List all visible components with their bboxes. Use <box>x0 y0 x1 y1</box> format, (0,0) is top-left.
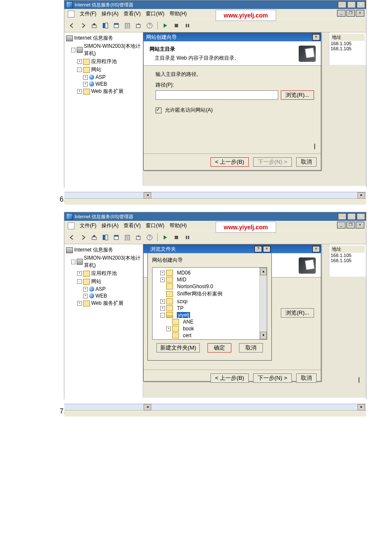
folder-item[interactable]: ANE <box>155 318 264 325</box>
mdi-close[interactable]: × <box>356 222 364 228</box>
help-icon[interactable]: ? <box>144 233 155 242</box>
pause-icon[interactable] <box>182 21 193 30</box>
horizontal-scrollbar[interactable]: ◂ ▸ <box>64 192 366 198</box>
expand-icon[interactable]: + <box>83 82 88 87</box>
browse-button[interactable]: 浏览(R)... <box>281 90 314 100</box>
maximize-button[interactable]: □ <box>347 213 356 220</box>
help-icon[interactable]: ? <box>254 246 262 252</box>
forward-icon[interactable] <box>78 21 88 30</box>
tree-apppool[interactable]: +应用程序池 <box>66 269 143 278</box>
menu-file[interactable]: 文件(F) <box>80 222 96 229</box>
vertical-scrollbar[interactable]: ▴ ▾ <box>259 268 267 339</box>
mdi-close[interactable]: × <box>356 10 364 17</box>
tree-computer[interactable]: -SIMON-WIN2003(本地计算机) <box>66 42 143 58</box>
scroll-right-icon[interactable]: ▸ <box>357 404 365 410</box>
wizard-close-icon[interactable]: × <box>312 246 320 252</box>
refresh-icon[interactable] <box>122 233 133 242</box>
tree-root[interactable]: Internet 信息服务 <box>66 34 143 42</box>
show-tree-icon[interactable] <box>100 233 110 242</box>
menu-window[interactable]: 窗口(W) <box>146 10 164 17</box>
mdi-restore[interactable]: ❐ <box>346 10 355 17</box>
up-icon[interactable] <box>89 233 99 242</box>
close-button[interactable]: × <box>357 213 365 220</box>
cancel-button[interactable]: 取消 <box>296 373 317 383</box>
menu-help[interactable]: 帮助(H) <box>170 222 187 229</box>
mdi-restore[interactable]: ❐ <box>346 222 355 228</box>
folder-item[interactable]: + szxp <box>155 298 264 305</box>
menu-window[interactable]: 窗口(W) <box>146 222 164 229</box>
scroll-left-icon[interactable]: ◂ <box>144 404 151 410</box>
expand-icon[interactable]: + <box>77 301 82 306</box>
menu-view[interactable]: 查看(V) <box>124 222 141 229</box>
tree-extensions[interactable]: +Web 服务扩展 <box>66 299 143 307</box>
forward-icon[interactable] <box>78 233 88 242</box>
tree-sites[interactable]: -网站 <box>66 66 143 74</box>
folder-item[interactable]: Sniffer网络分析案例 <box>155 290 264 298</box>
refresh-icon[interactable] <box>122 21 133 30</box>
stop-icon[interactable] <box>171 21 182 30</box>
export-icon[interactable] <box>133 21 144 30</box>
expand-icon[interactable]: - <box>77 279 82 284</box>
close-button[interactable]: × <box>357 1 365 8</box>
folder-item[interactable]: + book <box>155 325 264 332</box>
tree-site-asp[interactable]: +ASP <box>66 74 143 81</box>
back-icon[interactable] <box>67 233 77 242</box>
minimize-button[interactable]: _ <box>338 213 346 220</box>
play-icon[interactable] <box>160 21 170 30</box>
expand-icon[interactable]: - <box>71 48 75 52</box>
anon-checkbox[interactable] <box>156 107 161 113</box>
scroll-right-icon[interactable]: ▸ <box>357 192 365 199</box>
help-icon[interactable]: ? <box>144 21 155 30</box>
mdi-min[interactable]: _ <box>337 222 346 228</box>
scroll-down-icon[interactable]: ▾ <box>260 332 267 339</box>
expand-icon[interactable]: + <box>77 271 82 276</box>
menu-action[interactable]: 操作(A) <box>101 10 118 17</box>
menu-view[interactable]: 查看(V) <box>124 10 141 17</box>
up-icon[interactable] <box>89 21 99 30</box>
stop-icon[interactable] <box>171 233 182 242</box>
menu-file[interactable]: 文件(F) <box>80 10 96 17</box>
back-button[interactable]: < 上一步(B) <box>210 157 249 167</box>
ok-button[interactable]: 确定 <box>208 343 231 353</box>
menu-help[interactable]: 帮助(H) <box>170 10 187 17</box>
back-icon[interactable] <box>67 21 77 30</box>
folder-item[interactable]: NortonGhost9.0 <box>155 283 264 290</box>
folder-item[interactable]: + MD06 <box>155 269 264 276</box>
expand-icon[interactable]: - <box>71 260 75 264</box>
folder-item[interactable]: + MID <box>155 276 264 283</box>
pause-icon[interactable] <box>182 233 193 242</box>
new-window-icon[interactable] <box>111 21 121 30</box>
tree-site-asp[interactable]: +ASP <box>66 286 143 292</box>
tree-site-web[interactable]: +WEB <box>66 292 143 299</box>
show-tree-icon[interactable] <box>100 21 110 30</box>
expand-icon[interactable]: + <box>83 287 88 292</box>
play-icon[interactable] <box>160 233 170 242</box>
tree-root[interactable]: Internet 信息服务 <box>66 246 143 254</box>
scroll-left-icon[interactable]: ◂ <box>144 192 151 199</box>
folder-tree[interactable]: + MD06 + MID NortonGhost9.0 Sniffer网络分析案… <box>152 267 267 340</box>
folder-item-selected[interactable]: - yiyelj <box>155 312 264 318</box>
close-icon[interactable]: × <box>263 246 271 252</box>
horizontal-scrollbar[interactable]: ◂ ▸ <box>64 404 366 410</box>
tree-computer[interactable]: -SIMON-WIN2003(本地计算机) <box>66 254 143 269</box>
tree-apppool[interactable]: +应用程序池 <box>66 58 143 66</box>
browse-button[interactable]: 浏览(R)... <box>281 308 314 318</box>
scroll-up-icon[interactable]: ▴ <box>260 268 267 275</box>
new-window-icon[interactable] <box>111 233 121 242</box>
expand-icon[interactable]: + <box>83 294 88 298</box>
folder-item[interactable]: + TP <box>155 305 264 312</box>
tree-sites[interactable]: -网站 <box>66 278 143 286</box>
wizard-close-icon[interactable]: × <box>312 34 320 40</box>
back-button[interactable]: < 上一步(B) <box>210 373 249 383</box>
new-folder-button[interactable]: 新建文件夹(M) <box>156 343 200 353</box>
cancel-button[interactable]: 取消 <box>296 157 317 167</box>
expand-icon[interactable]: + <box>77 89 82 94</box>
export-icon[interactable] <box>133 233 144 242</box>
next-button[interactable]: 下一步(N) > <box>253 373 292 383</box>
minimize-button[interactable]: _ <box>338 1 346 8</box>
menu-action[interactable]: 操作(A) <box>101 222 118 229</box>
expand-icon[interactable]: - <box>77 67 82 72</box>
anon-row[interactable]: 允许匿名访问网站(A) <box>156 107 314 114</box>
maximize-button[interactable]: □ <box>347 1 356 8</box>
tree-extensions[interactable]: +Web 服务扩展 <box>66 87 143 95</box>
